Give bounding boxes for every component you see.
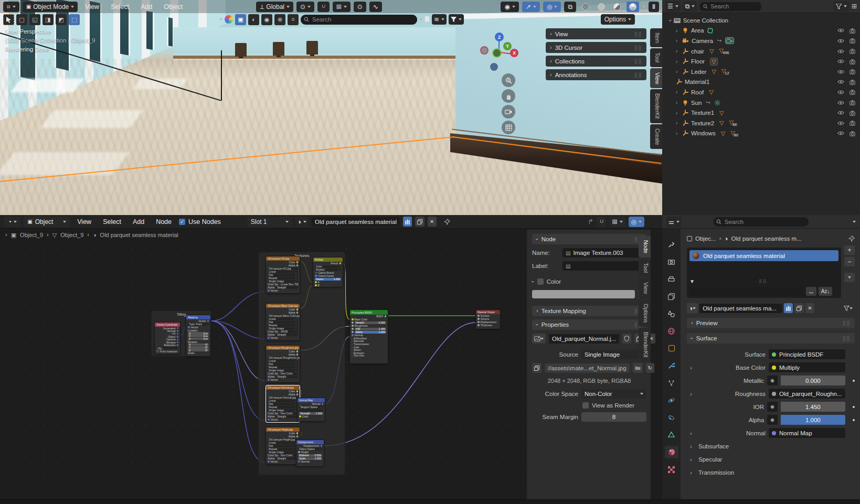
- node-image-texture-roughness[interactable]: Old parquet Roughness.jpg Color Alpha Ol…: [266, 345, 300, 383]
- seam-margin-field[interactable]: 8: [581, 412, 646, 422]
- expander-icon[interactable]: ›: [676, 48, 682, 54]
- tab-modifiers[interactable]: [665, 359, 678, 372]
- blenderkit-material-button[interactable]: ◐: [248, 14, 259, 25]
- image-name-field[interactable]: Old_parquet_Normal.j...: [549, 334, 619, 344]
- hide-eye-icon[interactable]: [837, 38, 844, 44]
- snap-toggle[interactable]: ∩: [317, 2, 330, 12]
- node-image-texture-basecolor[interactable]: Old parquet Base Color.jpg Color Alpha O…: [266, 303, 300, 341]
- show-gizmo-toggle[interactable]: ↗: [522, 2, 540, 12]
- expander-icon[interactable]: ›: [687, 364, 695, 371]
- hide-eye-icon[interactable]: [837, 131, 844, 136]
- metallic-socket[interactable]: [767, 376, 778, 385]
- active-tool-button[interactable]: [3, 14, 14, 25]
- outliner-item-row[interactable]: › Camera ↪: [662, 36, 860, 46]
- slot-filter-input[interactable]: [689, 287, 804, 296]
- gizmo-y-negative[interactable]: [492, 48, 502, 58]
- hide-eye-icon[interactable]: [837, 28, 844, 34]
- sidebar-panel-header[interactable]: ›Collections⣿⣿: [546, 56, 646, 67]
- disable-render-camera-icon[interactable]: [849, 69, 856, 74]
- orthographic-toggle-button[interactable]: [502, 121, 515, 134]
- menu-view[interactable]: View: [73, 218, 95, 226]
- blenderkit-scene-button[interactable]: ⌗: [288, 14, 299, 25]
- color-panel-expander[interactable]: ›: [530, 281, 536, 283]
- editor-type-button[interactable]: ⌗: [3, 2, 19, 12]
- node-name-field[interactable]: ▤Image Texture.003: [562, 248, 646, 258]
- select-tweak-button[interactable]: ▢: [16, 14, 27, 25]
- new-material-button[interactable]: [794, 303, 804, 313]
- shading-solid-button[interactable]: [595, 2, 608, 12]
- search-history-chevron[interactable]: [419, 18, 422, 20]
- invert-filter-button[interactable]: ↔: [806, 287, 816, 296]
- menu-select[interactable]: Select: [99, 218, 125, 226]
- outliner-filter-button[interactable]: [834, 1, 849, 12]
- node-principled-bsdf[interactable]: Principled BSDF BSDF Base Color Metallic…: [349, 309, 388, 364]
- metallic-slider[interactable]: 0.000: [781, 376, 845, 385]
- node-snap-toggle[interactable]: ∩: [597, 217, 607, 227]
- expander-icon[interactable]: ›: [687, 456, 695, 463]
- outliner-item-row[interactable]: › Windows ↪: [662, 128, 860, 139]
- blenderkit-brush-button[interactable]: ◉: [261, 14, 272, 25]
- material-browse-dropdown[interactable]: ◑: [687, 303, 698, 313]
- outliner-item-row[interactable]: › chair ↪: [662, 46, 860, 57]
- material-browse-dropdown[interactable]: ◑: [295, 217, 309, 227]
- decorator-dot[interactable]: [853, 419, 855, 421]
- outliner-item-row[interactable]: › Floor ↪: [662, 56, 860, 67]
- shading-dropdown[interactable]: [642, 6, 645, 8]
- select-circle-button[interactable]: ◨: [43, 14, 54, 25]
- shading-rendered-button[interactable]: [627, 2, 639, 12]
- expander-icon[interactable]: ›: [676, 131, 682, 136]
- disable-render-camera-icon[interactable]: [849, 48, 856, 54]
- node-texture-coordinate[interactable]: Texture Coordinate GeneratedNormalUVObje…: [154, 322, 181, 355]
- mode-dropdown[interactable]: ▣Object Mode: [23, 2, 78, 12]
- blenderkit-filter-button[interactable]: [449, 14, 464, 25]
- node-image-texture-ao[interactable]: Old parquet AO.jpg Color Alpha Old parqu…: [266, 256, 300, 294]
- expander-icon[interactable]: ›: [676, 120, 682, 126]
- breadcrumb-object[interactable]: Object_9: [20, 232, 43, 238]
- collapsed-section-row[interactable]: › Subsurface: [687, 439, 855, 453]
- tab-material[interactable]: [665, 446, 678, 458]
- tab-scene[interactable]: [665, 307, 678, 320]
- color-checkbox[interactable]: [537, 278, 544, 285]
- gizmo-y-axis[interactable]: Y: [503, 42, 512, 50]
- zoom-button[interactable]: [502, 73, 515, 87]
- new-material-button[interactable]: [415, 217, 424, 227]
- tab-constraints[interactable]: [665, 411, 678, 424]
- tab-physics[interactable]: [665, 394, 678, 406]
- breadcrumb-material[interactable]: Old parquet seamless material: [100, 232, 178, 238]
- scene-collection-row[interactable]: › Scene Collection: [662, 15, 860, 26]
- disable-render-camera-icon[interactable]: [849, 120, 856, 126]
- pin-icon[interactable]: [444, 219, 450, 225]
- material-nodes-dropdown[interactable]: [841, 303, 855, 313]
- gizmo-z-axis[interactable]: Z: [495, 33, 504, 41]
- node-displacement[interactable]: Displacement Displacement Object Space⌄ …: [296, 439, 324, 467]
- proportional-falloff-dropdown[interactable]: ∿: [369, 2, 382, 12]
- node-mix-multiply[interactable]: Multiply Result Color⌄ Multiply⌄ Clamp R…: [313, 257, 343, 287]
- breadcrumb-object[interactable]: Objec...: [695, 235, 716, 242]
- source-dropdown[interactable]: Single Image: [581, 350, 646, 359]
- outliner-item-row[interactable]: › Roof ↪: [662, 87, 860, 98]
- pan-button[interactable]: [502, 89, 515, 103]
- node-normal-map[interactable]: Normal Map Normal Tangent Space⌄ Strengt…: [297, 398, 325, 422]
- tab-texture[interactable]: [665, 463, 678, 476]
- material-slot-selected[interactable]: Old parquet seamless material: [689, 250, 838, 261]
- expander-icon[interactable]: ›: [676, 38, 682, 44]
- expander-icon[interactable]: ›: [676, 28, 682, 34]
- hide-eye-icon[interactable]: [837, 79, 844, 85]
- expander-icon[interactable]: ›: [676, 89, 682, 95]
- viewport-side-tab[interactable]: Item: [650, 28, 662, 47]
- node-image-texture-height[interactable]: Old parquet Height.jpg Color Alpha Old p…: [266, 427, 300, 465]
- expander-icon[interactable]: ›: [676, 110, 682, 116]
- 3d-viewport[interactable]: ⌗ ▣Object Mode View Select Add Object ⟂G…: [0, 0, 662, 215]
- node-color-swatch[interactable]: [532, 290, 635, 298]
- hide-eye-icon[interactable]: [837, 110, 844, 116]
- pack-image-button[interactable]: [532, 363, 542, 373]
- expander-icon[interactable]: ›: [676, 100, 682, 105]
- menu-node[interactable]: Node: [152, 218, 176, 226]
- image-browse-dropdown[interactable]: [532, 334, 546, 344]
- fake-user-toggle[interactable]: [403, 217, 412, 227]
- material-slot-dropdown[interactable]: Slot 1: [247, 217, 292, 227]
- blenderkit-model-button[interactable]: ▣: [235, 14, 246, 25]
- unlink-material-button[interactable]: ✕: [805, 303, 814, 313]
- blenderkit-asset-ball-icon[interactable]: [225, 15, 233, 24]
- material-name-field[interactable]: Old parquet seamless ma...: [699, 304, 782, 313]
